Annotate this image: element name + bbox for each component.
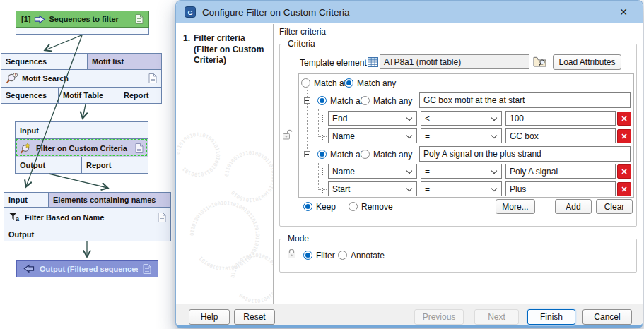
unlocked-icon[interactable]: [281, 128, 293, 140]
chevron-down-icon: [406, 186, 412, 191]
chevron-down-icon: [406, 115, 412, 121]
group2-description-field[interactable]: Poly A signal on the plus strand: [419, 146, 631, 162]
field-select[interactable]: Start: [328, 181, 417, 196]
field-select[interactable]: Name: [328, 128, 417, 143]
value-field[interactable]: Plus: [505, 181, 616, 196]
add-button[interactable]: Add: [555, 199, 592, 214]
port-report[interactable]: Report: [119, 88, 161, 103]
input-node-bar[interactable]: [1] Sequences to filter: [16, 11, 149, 28]
port-report[interactable]: Report: [82, 157, 148, 173]
document-icon: [135, 143, 144, 153]
dialog-titlebar: G Configure Filter on Custom Criteria ✕: [176, 1, 643, 23]
field-select[interactable]: Name: [328, 164, 417, 179]
browse-icon[interactable]: [533, 56, 546, 67]
delete-row-button[interactable]: ✕: [617, 112, 631, 126]
svg-text:011010010110100101101001011010: 011010010110100101101001011010010110100: [230, 253, 274, 304]
workflow-node-filter-based-on-name[interactable]: Input Elements containing names a Filter…: [4, 192, 171, 241]
operator-select[interactable]: =: [421, 181, 502, 196]
collapse-expander-icon[interactable]: [304, 97, 310, 104]
close-icon[interactable]: ✕: [613, 4, 634, 20]
panel-header: Filter criteria: [279, 27, 326, 37]
node-label: Motif Search: [22, 74, 144, 83]
template-element-field[interactable]: ATP8a1 (motif table): [380, 54, 529, 69]
port-motif-table[interactable]: Motif Table: [59, 88, 119, 103]
operator-select[interactable]: =: [421, 128, 502, 143]
group2-match-all-radio[interactable]: [317, 150, 327, 159]
port-sequences-in[interactable]: Sequences: [1, 54, 88, 69]
connector: [49, 174, 107, 188]
next-button[interactable]: Next: [474, 309, 519, 325]
group1-match-any-radio[interactable]: [361, 96, 370, 105]
group2-match-any-radio[interactable]: [361, 150, 370, 159]
row-drag-handle[interactable]: [322, 168, 323, 176]
cancel-button[interactable]: Cancel: [582, 309, 632, 325]
app-icon: G: [185, 6, 196, 18]
connector: [83, 104, 86, 118]
remove-label: Remove: [361, 202, 393, 212]
keep-radio[interactable]: [303, 202, 312, 211]
input-node-output-port[interactable]: [16, 28, 149, 35]
document-icon: [135, 14, 144, 24]
delete-row-button[interactable]: ✕: [617, 182, 631, 196]
workflow-node-motif-search[interactable]: Sequences Motif list ! Motif Search Sequ…: [1, 53, 162, 104]
group1-match-all-label: Match all: [330, 96, 364, 106]
mode-annotate-label: Annotate: [351, 251, 385, 261]
clear-button[interactable]: Clear: [596, 199, 633, 214]
group1-match-all-radio[interactable]: [317, 96, 327, 105]
operator-select[interactable]: <: [421, 111, 502, 126]
output-arrow-icon: [23, 264, 35, 273]
output-node-label: Output (Filtered sequences): [40, 265, 138, 273]
remove-radio[interactable]: [349, 202, 358, 211]
chevron-down-icon: [406, 168, 412, 174]
configure-filter-dialog: G Configure Filter on Custom Criteria ✕ …: [175, 0, 643, 328]
selected-node-body[interactable]: Filter on Custom Criteria: [16, 138, 148, 157]
motif-search-icon: !: [6, 73, 18, 84]
help-button[interactable]: Help: [189, 309, 230, 325]
port-elements-containing-names[interactable]: Elements containing names: [49, 193, 170, 207]
value-field[interactable]: 100: [505, 111, 616, 126]
mode-annotate-radio[interactable]: [338, 251, 347, 260]
port-input[interactable]: Input: [4, 193, 49, 207]
locked-icon[interactable]: [286, 248, 297, 259]
port-motif-list[interactable]: Motif list: [88, 54, 161, 69]
svg-text:G: G: [187, 9, 192, 16]
workflow-node-filter-custom-criteria[interactable]: Input Filter on Custom Criteria Output R…: [15, 121, 148, 174]
chevron-down-icon: [491, 186, 497, 191]
field-select[interactable]: End: [328, 111, 417, 126]
wizard-step-1[interactable]: 1. Filter criteria (Filter on Custom Cri…: [177, 24, 273, 66]
svg-text:!: !: [15, 73, 16, 77]
row-drag-handle[interactable]: [322, 133, 323, 140]
workflow-node-sequences-to-filter[interactable]: [1] Sequences to filter: [16, 11, 149, 35]
top-match-all-radio[interactable]: [301, 78, 310, 88]
workflow-node-output-filtered-sequences[interactable]: Output (Filtered sequences): [16, 260, 158, 277]
finish-button[interactable]: Finish: [527, 309, 575, 325]
dialog-title: Configure Filter on Custom Criteria: [202, 7, 607, 18]
delete-row-button[interactable]: ✕: [617, 164, 631, 179]
filter-based-on-name-icon: a: [8, 212, 21, 222]
reset-button[interactable]: Reset: [234, 309, 275, 325]
previous-button[interactable]: Previous: [414, 309, 464, 325]
delete-row-button[interactable]: ✕: [617, 129, 631, 143]
load-attributes-button[interactable]: Load Attributes: [553, 54, 621, 70]
top-match-any-radio[interactable]: [344, 78, 353, 88]
row-drag-handle[interactable]: [322, 186, 323, 193]
group1-description-field[interactable]: GC box motif at the at start: [419, 92, 631, 108]
value-field[interactable]: GC box: [505, 128, 616, 143]
input-arrow-icon: [34, 15, 45, 24]
operator-select[interactable]: =: [421, 164, 502, 179]
port-input[interactable]: Input: [16, 122, 148, 138]
collapse-expander-icon[interactable]: [304, 151, 310, 157]
value-field[interactable]: Poly A signal: [505, 164, 616, 179]
workflow-canvas[interactable]: [1] Sequences to filter Sequences Motif …: [0, 0, 175, 329]
group2-match-all-label: Match all: [330, 150, 364, 160]
document-icon: [143, 264, 151, 274]
node-label: Filter on Custom Criteria: [36, 144, 131, 152]
row-drag-handle[interactable]: [322, 115, 323, 123]
more-button[interactable]: More...: [496, 199, 535, 214]
port-output[interactable]: Output: [16, 157, 82, 173]
step-label: Filter criteria (Filter on Custom Criter…: [194, 33, 270, 66]
mode-filter-radio[interactable]: [303, 251, 312, 260]
wizard-steps-panel: 1. Filter criteria (Filter on Custom Cri…: [177, 24, 274, 304]
port-output[interactable]: Output: [4, 227, 170, 241]
port-sequences-out[interactable]: Sequences: [1, 88, 59, 103]
